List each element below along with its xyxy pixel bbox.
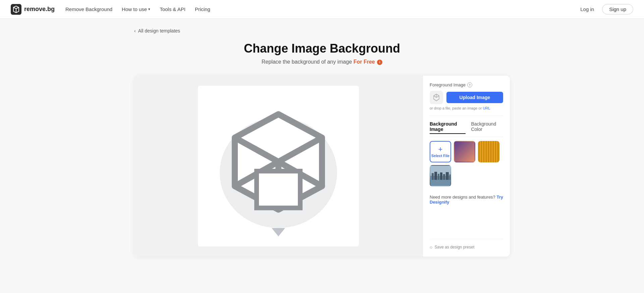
cube-icon bbox=[432, 93, 440, 101]
page-content: ‹ All design templates Change Image Back… bbox=[121, 19, 523, 266]
product-box-svg bbox=[208, 96, 349, 236]
login-button[interactable]: Log in bbox=[576, 4, 598, 14]
svg-rect-17 bbox=[446, 172, 449, 180]
nav-how-to-use[interactable]: How to use ▾ bbox=[122, 6, 150, 12]
canvas-area bbox=[134, 76, 423, 257]
drop-text: or drop a file, paste an image or URL bbox=[430, 106, 503, 110]
tab-background-color[interactable]: Background Color bbox=[471, 121, 503, 134]
upload-placeholder-icon bbox=[430, 91, 443, 104]
right-sidebar: Foreground Image ? Upload Image or drop … bbox=[423, 76, 510, 257]
svg-rect-9 bbox=[257, 171, 300, 208]
background-tabs: Background Image Background Color bbox=[430, 121, 503, 137]
save-label: Save as design preset bbox=[434, 245, 474, 249]
info-icon[interactable]: i bbox=[377, 60, 382, 65]
nav-links: Remove Background How to use ▾ Tools & A… bbox=[65, 6, 566, 12]
city-thumb-svg bbox=[430, 166, 451, 187]
background-options: + Select File bbox=[430, 141, 503, 187]
upload-row: Upload Image bbox=[430, 91, 503, 104]
box-illustration bbox=[198, 86, 359, 246]
free-label: For Free bbox=[354, 59, 375, 65]
save-icon: ○ bbox=[430, 244, 432, 250]
foreground-section: Foreground Image ? Upload Image or drop … bbox=[430, 82, 503, 110]
save-preset-button[interactable]: ○ Save as design preset bbox=[430, 239, 503, 250]
page-subtitle: Replace the background of any image For … bbox=[134, 59, 510, 65]
designs-link: Need more designs and features? Try Desi… bbox=[430, 195, 503, 205]
foreground-help-icon[interactable]: ? bbox=[467, 82, 472, 87]
dropdown-chevron-icon: ▾ bbox=[148, 7, 150, 11]
bg-option-2[interactable] bbox=[478, 141, 499, 162]
foreground-label: Foreground Image ? bbox=[430, 82, 503, 87]
plus-icon: + bbox=[438, 146, 443, 153]
breadcrumb[interactable]: ‹ All design templates bbox=[134, 28, 510, 33]
logo-icon bbox=[11, 4, 21, 15]
select-file-label: Select File bbox=[431, 154, 449, 158]
background-section: Background Image Background Color + Sele… bbox=[430, 121, 503, 187]
svg-rect-16 bbox=[443, 174, 445, 180]
editor-container: Foreground Image ? Upload Image or drop … bbox=[134, 76, 510, 257]
nav-actions: Log in Sign up bbox=[576, 4, 633, 14]
select-file-option[interactable]: + Select File bbox=[430, 141, 451, 162]
page-title: Change Image Background bbox=[134, 42, 510, 56]
upload-image-button[interactable]: Upload Image bbox=[446, 92, 503, 103]
svg-marker-2 bbox=[272, 228, 285, 236]
svg-rect-13 bbox=[434, 172, 437, 180]
svg-rect-15 bbox=[440, 172, 442, 180]
logo[interactable]: remove.bg bbox=[11, 4, 55, 15]
navigation: remove.bg Remove Background How to use ▾… bbox=[0, 0, 644, 19]
chevron-left-icon: ‹ bbox=[134, 28, 136, 33]
bg-option-1[interactable] bbox=[454, 141, 475, 162]
nav-pricing[interactable]: Pricing bbox=[195, 6, 210, 12]
bg-option-3[interactable] bbox=[430, 165, 451, 187]
nav-remove-background[interactable]: Remove Background bbox=[65, 6, 112, 12]
logo-text: remove.bg bbox=[24, 6, 55, 13]
svg-rect-14 bbox=[438, 174, 439, 180]
signup-button[interactable]: Sign up bbox=[602, 4, 633, 14]
divider-1 bbox=[430, 116, 503, 116]
svg-rect-12 bbox=[432, 173, 434, 180]
svg-rect-18 bbox=[449, 174, 451, 180]
tab-background-image[interactable]: Background Image bbox=[430, 121, 466, 134]
nav-tools-api[interactable]: Tools & API bbox=[160, 6, 185, 12]
canvas-preview bbox=[198, 86, 359, 246]
url-link[interactable]: URL bbox=[483, 106, 490, 110]
